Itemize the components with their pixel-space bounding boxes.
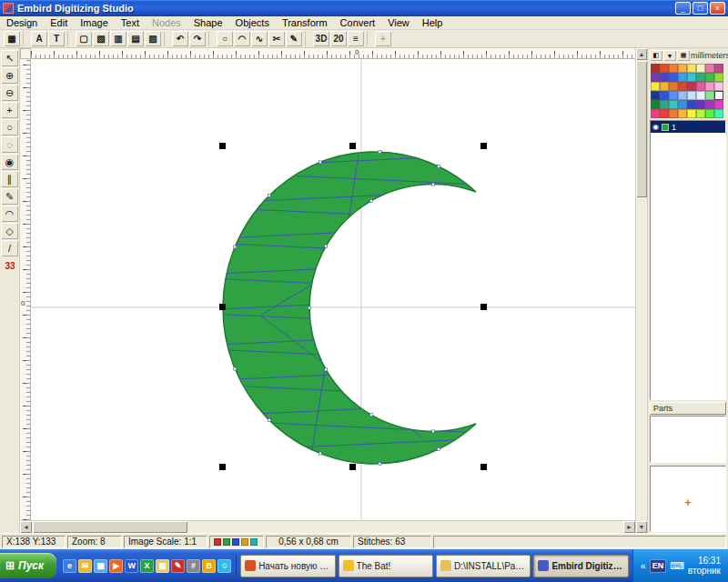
palette-swatch-9[interactable] — [660, 73, 669, 82]
menu-shape[interactable]: Shape — [187, 16, 229, 29]
palette-swatch-35[interactable] — [678, 100, 687, 109]
palette-swatch-10[interactable] — [669, 73, 678, 82]
scroll-down-button[interactable]: ▼ — [636, 521, 647, 533]
palette-swatch-25[interactable] — [660, 91, 669, 100]
parameters-icon[interactable]: ≡ — [348, 31, 364, 46]
thread-palette-icon[interactable]: ◧ — [650, 50, 662, 61]
selection-handle[interactable] — [219, 304, 226, 310]
palette-swatch-18[interactable] — [669, 82, 678, 91]
palette-dropdown-icon[interactable]: ▼ — [663, 50, 676, 61]
palette-swatch-5[interactable] — [696, 64, 705, 73]
taskbar-task[interactable]: The Bat! — [339, 555, 433, 577]
ie-icon[interactable]: e — [63, 559, 76, 573]
freehand-tool-icon[interactable]: ✎ — [1, 188, 18, 205]
palette-swatch-31[interactable] — [714, 91, 723, 100]
knife-tool-icon[interactable]: ✂ — [268, 31, 285, 46]
messenger-icon[interactable]: ☺ — [217, 559, 231, 573]
palette-swatch-0[interactable] — [651, 64, 660, 73]
outline-tool-icon[interactable]: ◌ — [1, 136, 18, 153]
palette-swatch-4[interactable] — [687, 64, 696, 73]
palette-swatch-20[interactable] — [687, 82, 696, 91]
close-button[interactable]: × — [710, 2, 725, 15]
palette-swatch-24[interactable] — [651, 91, 660, 100]
color-grid-icon[interactable]: ▦ — [677, 50, 690, 61]
taskbar-task[interactable]: Embird Digitizing Stud... — [533, 555, 628, 577]
visibility-eye-icon[interactable]: ◉ — [652, 123, 659, 131]
horizontal-scroll-thumb[interactable] — [33, 521, 187, 533]
palette-swatch-32[interactable] — [651, 100, 660, 109]
palette-swatch-26[interactable] — [669, 91, 678, 100]
palette-swatch-17[interactable] — [660, 82, 669, 91]
palette-swatch-22[interactable] — [705, 82, 714, 91]
text-t-icon[interactable]: T — [48, 31, 65, 46]
title-bar[interactable]: Embird Digitizing Studio _ □ × — [0, 0, 728, 16]
palette-swatch-12[interactable] — [687, 73, 696, 82]
palette-swatch-33[interactable] — [660, 100, 669, 109]
scroll-right-button[interactable]: ► — [623, 521, 635, 533]
parts-list[interactable] — [650, 416, 726, 463]
palette-swatch-43[interactable] — [678, 109, 687, 118]
wave-tool-icon[interactable]: ∿ — [251, 31, 268, 46]
zoom-out-tool-icon[interactable]: ⊖ — [1, 85, 18, 101]
excel-icon[interactable]: X — [140, 559, 154, 573]
palette-swatch-2[interactable] — [669, 64, 678, 73]
lettering-a-icon[interactable]: A — [31, 31, 47, 46]
arc-tool-icon[interactable]: ◠ — [234, 31, 250, 46]
selection-handle[interactable] — [219, 464, 226, 470]
menu-objects[interactable]: Objects — [229, 16, 276, 29]
the-bat-icon[interactable]: B — [202, 559, 216, 573]
menu-transform[interactable]: Transform — [276, 16, 334, 29]
menu-nodes[interactable]: Nodes — [146, 16, 187, 29]
center-view-icon[interactable]: + — [375, 31, 391, 46]
mode-grid-icon[interactable]: ▦ — [4, 31, 20, 46]
calculator-icon[interactable]: # — [187, 559, 200, 573]
palette-swatch-30[interactable] — [705, 91, 714, 100]
selection-handle[interactable] — [480, 304, 487, 310]
palette-swatch-41[interactable] — [660, 109, 669, 118]
palette-swatch-29[interactable] — [696, 91, 705, 100]
menu-help[interactable]: Help — [416, 16, 450, 29]
density-20-button[interactable]: 20 — [330, 31, 347, 46]
new-document-icon[interactable]: ▢ — [76, 31, 92, 46]
curve-tool-icon[interactable]: ◠ — [1, 206, 18, 222]
maximize-button[interactable]: □ — [693, 2, 708, 15]
palette-swatch-38[interactable] — [705, 100, 714, 109]
start-button[interactable]: ⊞ Пуск — [0, 553, 56, 578]
zoom-in-tool-icon[interactable]: ⊕ — [1, 67, 18, 84]
fill-tool-icon[interactable]: ◉ — [1, 154, 18, 170]
vertical-scroll-thumb[interactable] — [636, 61, 647, 197]
layers-list[interactable]: ◉1 — [650, 120, 726, 400]
show-desktop-icon[interactable]: ▦ — [94, 559, 107, 573]
tray-chevron[interactable]: « — [641, 560, 646, 571]
design-svg[interactable] — [31, 59, 635, 520]
selection-handle[interactable] — [219, 143, 226, 149]
measure-tool-icon[interactable]: / — [1, 240, 18, 256]
palette-swatch-36[interactable] — [687, 100, 696, 109]
palette-swatch-45[interactable] — [696, 109, 705, 118]
palette-swatch-39[interactable] — [714, 100, 723, 109]
palette-swatch-44[interactable] — [687, 109, 696, 118]
palette-swatch-34[interactable] — [669, 100, 678, 109]
layer-row[interactable]: ◉1 — [651, 121, 725, 133]
selection-handle[interactable] — [349, 464, 356, 470]
palette-swatch-37[interactable] — [696, 100, 705, 109]
palette-swatch-21[interactable] — [696, 82, 705, 91]
media-player-icon[interactable]: ▶ — [109, 559, 123, 573]
palette-swatch-6[interactable] — [705, 64, 714, 73]
palette-swatch-42[interactable] — [669, 109, 678, 118]
taskbar-task[interactable]: Начать новую тему :: В... — [240, 555, 335, 577]
taskbar-task[interactable]: D:\INSTALL\Разное\Embird — [436, 555, 531, 577]
vertical-scrollbar[interactable]: ▲ ▼ — [635, 48, 647, 533]
selection-handle[interactable] — [349, 143, 356, 149]
horizontal-scrollbar[interactable]: ◄ ► — [20, 520, 635, 533]
palette-swatch-23[interactable] — [714, 82, 723, 91]
palette-swatch-47[interactable] — [714, 109, 723, 118]
palette-swatch-46[interactable] — [705, 109, 714, 118]
palette-swatch-19[interactable] — [678, 82, 687, 91]
column-tool-icon[interactable]: ∥ — [1, 171, 18, 187]
palette-swatch-16[interactable] — [651, 82, 660, 91]
palette-swatch-3[interactable] — [678, 64, 687, 73]
view-3d-button[interactable]: 3D — [313, 31, 329, 46]
palette-swatch-11[interactable] — [678, 73, 687, 82]
language-indicator[interactable]: EN — [650, 559, 666, 573]
